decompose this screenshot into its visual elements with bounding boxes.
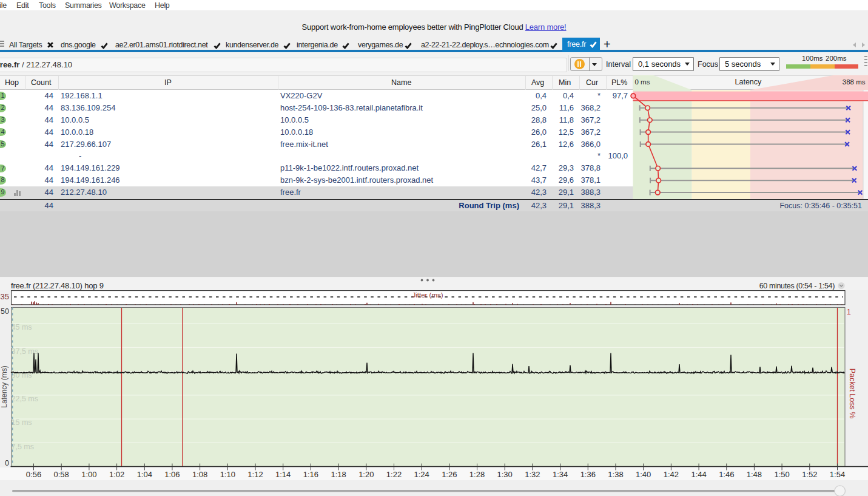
svg-text:0: 0 [5, 459, 9, 467]
svg-text:Jitter (ms): Jitter (ms) [412, 291, 443, 299]
svg-text:1:06: 1:06 [164, 470, 180, 479]
svg-text:1:52: 1:52 [802, 470, 817, 479]
svg-text:1:50: 1:50 [774, 470, 789, 479]
svg-text:1:38: 1:38 [608, 470, 623, 479]
svg-text:0:58: 0:58 [54, 470, 69, 479]
svg-text:1:46: 1:46 [719, 470, 734, 479]
svg-text:1:16: 1:16 [303, 470, 318, 479]
svg-text:1:36: 1:36 [580, 470, 596, 479]
svg-text:1:30: 1:30 [497, 470, 513, 479]
svg-text:1:54: 1:54 [830, 470, 845, 479]
svg-text:7,5 ms: 7,5 ms [12, 443, 35, 451]
svg-text:1:40: 1:40 [636, 470, 651, 479]
svg-text:1:18: 1:18 [331, 470, 346, 479]
svg-text:1:04: 1:04 [137, 470, 152, 479]
svg-text:1:42: 1:42 [664, 470, 679, 479]
svg-text:1:08: 1:08 [192, 470, 207, 479]
svg-text:1:32: 1:32 [525, 470, 540, 479]
svg-text:45 ms: 45 ms [12, 323, 32, 331]
svg-text:15 ms: 15 ms [12, 418, 32, 427]
svg-text:1:02: 1:02 [109, 470, 124, 479]
svg-text:1:48: 1:48 [747, 470, 762, 479]
svg-text:0:56: 0:56 [26, 470, 41, 479]
svg-text:1: 1 [847, 308, 851, 316]
svg-text:1:22: 1:22 [386, 470, 402, 479]
svg-text:free.fr (212.27.48.10) hop 9: free.fr (212.27.48.10) hop 9 [11, 281, 104, 290]
svg-text:1:12: 1:12 [247, 470, 263, 479]
svg-text:22,5 ms: 22,5 ms [12, 395, 38, 403]
svg-text:1:24: 1:24 [414, 470, 429, 479]
svg-text:1:10: 1:10 [220, 470, 235, 479]
svg-text:Packet Loss %: Packet Loss % [848, 369, 856, 419]
svg-text:35: 35 [1, 292, 9, 301]
svg-text:1:14: 1:14 [275, 470, 291, 479]
svg-text:1:44: 1:44 [691, 470, 706, 479]
svg-text:Latency (ms): Latency (ms) [0, 365, 8, 407]
svg-text:60 minutes (0:54 - 1:54): 60 minutes (0:54 - 1:54) [759, 282, 835, 290]
svg-text:1:26: 1:26 [442, 470, 457, 479]
svg-text:1:00: 1:00 [81, 470, 96, 479]
svg-text:1:20: 1:20 [358, 470, 374, 479]
svg-text:1:28: 1:28 [469, 470, 485, 479]
svg-text:1:34: 1:34 [553, 470, 568, 479]
svg-text:50: 50 [1, 307, 9, 316]
